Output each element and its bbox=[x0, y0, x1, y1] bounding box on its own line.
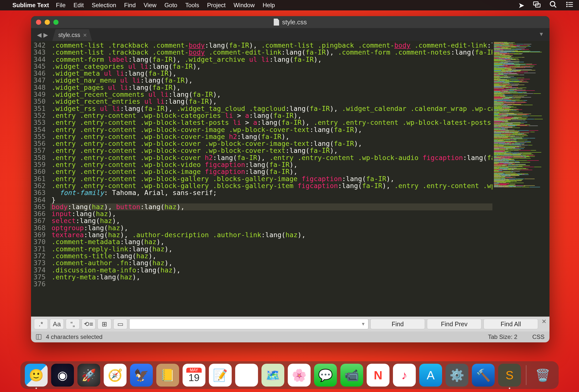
line-gutter: 3423433443453463473483493503513523533543… bbox=[31, 41, 50, 316]
window-title-text: style.css bbox=[282, 18, 307, 26]
tab-label: style.css bbox=[58, 32, 80, 38]
case-toggle[interactable]: Aa bbox=[50, 319, 64, 329]
macos-menubar: Sublime Text File Edit Selection Find Vi… bbox=[0, 0, 579, 10]
find-prev-button[interactable]: Find Prev bbox=[427, 319, 482, 329]
calendar-month: MAY bbox=[186, 368, 202, 373]
svg-rect-7 bbox=[568, 4, 573, 5]
spotlight-icon[interactable] bbox=[549, 0, 557, 10]
dock-siri-icon[interactable]: ◉ bbox=[51, 364, 74, 387]
window-minimize-button[interactable] bbox=[45, 20, 50, 25]
dock-sublime-icon[interactable]: S bbox=[498, 364, 521, 387]
dock-separator bbox=[526, 365, 526, 385]
file-tab[interactable]: style.css ✕ bbox=[52, 29, 92, 41]
syntax-status[interactable]: CSS bbox=[532, 333, 545, 340]
dock-news-icon[interactable]: N bbox=[367, 364, 389, 387]
menu-window[interactable]: Window bbox=[233, 2, 255, 9]
svg-rect-9 bbox=[568, 6, 573, 7]
tab-bar: ◀ ▶ style.css ✕ ▼ bbox=[31, 28, 550, 41]
cursor-icon[interactable]: ➤ bbox=[518, 1, 524, 10]
tab-overflow-icon[interactable]: ▼ bbox=[539, 31, 544, 37]
document-icon bbox=[274, 19, 279, 26]
menu-help[interactable]: Help bbox=[263, 2, 275, 9]
status-bar: 4 characters selected Tab Size: 2 CSS bbox=[31, 331, 550, 342]
app-name[interactable]: Sublime Text bbox=[12, 2, 49, 9]
find-close-icon[interactable]: ✕ bbox=[542, 318, 547, 325]
dock-xcode-icon[interactable]: 🔨 bbox=[472, 364, 495, 387]
menu-tools[interactable]: Tools bbox=[185, 2, 199, 9]
svg-point-6 bbox=[566, 4, 568, 5]
dock-music-icon[interactable]: ♪ bbox=[393, 364, 416, 387]
window-close-button[interactable] bbox=[36, 20, 41, 25]
menu-goto[interactable]: Goto bbox=[164, 2, 177, 9]
regex-toggle[interactable]: .* bbox=[34, 319, 48, 329]
dock-mail-icon[interactable]: 🦅 bbox=[130, 364, 153, 387]
menu-file[interactable]: File bbox=[56, 2, 66, 9]
menu-selection[interactable]: Selection bbox=[92, 2, 116, 9]
find-history-dropdown-icon[interactable]: ▼ bbox=[361, 321, 365, 327]
svg-line-3 bbox=[554, 5, 556, 7]
dock-messages-icon[interactable]: 💬 bbox=[314, 364, 337, 387]
editor-area: 3423433443453463473483493503513523533543… bbox=[31, 41, 550, 316]
dock-preferences-icon[interactable]: ⚙️ bbox=[445, 364, 468, 387]
dock-safari-icon[interactable]: 🧭 bbox=[104, 364, 127, 387]
dock-trash-icon[interactable]: 🗑️ bbox=[531, 364, 554, 387]
sidebar-toggle-icon[interactable] bbox=[36, 334, 41, 340]
find-input[interactable] bbox=[129, 319, 368, 329]
sublime-window: style.css ◀ ▶ style.css ✕ ▼ 342343344345… bbox=[31, 16, 550, 342]
menu-edit[interactable]: Edit bbox=[73, 2, 84, 9]
nav-fwd-icon[interactable]: ▶ bbox=[43, 31, 48, 38]
window-maximize-button[interactable] bbox=[53, 20, 59, 25]
nav-back-icon[interactable]: ◀ bbox=[37, 31, 41, 38]
menu-find[interactable]: Find bbox=[124, 2, 136, 9]
control-center-icon[interactable] bbox=[566, 0, 574, 10]
dock-finder-icon[interactable]: 🙂 bbox=[25, 364, 48, 387]
in-selection-toggle[interactable]: ⊞ bbox=[97, 319, 111, 329]
svg-point-2 bbox=[550, 1, 555, 6]
menu-view[interactable]: View bbox=[144, 2, 156, 9]
find-all-button[interactable]: Find All bbox=[484, 319, 538, 329]
dock-contacts-icon[interactable]: 📒 bbox=[156, 364, 179, 387]
minimap[interactable] bbox=[492, 41, 550, 316]
wrap-toggle[interactable]: ⟲≡ bbox=[82, 319, 95, 329]
dock-appstore-icon[interactable]: A bbox=[419, 364, 442, 387]
menu-project[interactable]: Project bbox=[207, 2, 226, 9]
selection-status: 4 characters selected bbox=[46, 333, 102, 340]
tab-close-icon[interactable]: ✕ bbox=[83, 32, 87, 38]
calendar-day: 19 bbox=[186, 373, 202, 383]
svg-point-8 bbox=[566, 6, 568, 7]
dock-launchpad-icon[interactable]: 🚀 bbox=[77, 364, 100, 387]
macos-dock: 🙂 ◉ 🚀 🧭 🦅 📒 MAY19 📝 ☰ 🗺️ 🌸 💬 📹 N ♪ A ⚙️ … bbox=[20, 361, 559, 389]
whole-word-toggle[interactable]: “„ bbox=[66, 319, 80, 329]
window-titlebar[interactable]: style.css bbox=[31, 16, 550, 28]
find-button[interactable]: Find bbox=[370, 319, 425, 329]
code-area[interactable]: .comment-list .trackback .comment-body:l… bbox=[50, 41, 492, 316]
svg-point-4 bbox=[566, 2, 568, 3]
dock-photos-icon[interactable]: 🌸 bbox=[288, 364, 311, 387]
find-bar: .* Aa “„ ⟲≡ ⊞ ▭ ▼ Find Find Prev Find Al… bbox=[31, 316, 550, 331]
svg-rect-5 bbox=[568, 2, 573, 3]
dock-notes-icon[interactable]: 📝 bbox=[209, 364, 232, 387]
dock-calendar-icon[interactable]: MAY19 bbox=[183, 364, 205, 387]
tab-size-status[interactable]: Tab Size: 2 bbox=[488, 333, 517, 340]
dock-facetime-icon[interactable]: 📹 bbox=[340, 364, 363, 387]
dock-maps-icon[interactable]: 🗺️ bbox=[261, 364, 284, 387]
screen-mirror-icon[interactable] bbox=[533, 0, 541, 10]
dock-reminders-icon[interactable]: ☰ bbox=[235, 364, 258, 387]
highlight-toggle[interactable]: ▭ bbox=[113, 319, 127, 329]
window-title: style.css bbox=[274, 18, 307, 26]
